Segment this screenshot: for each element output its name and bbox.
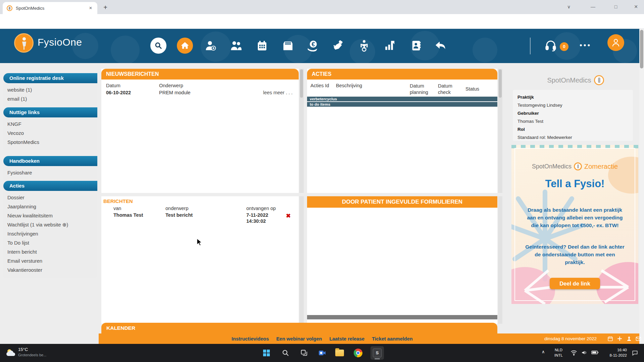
section-header-acties: Acties (3, 181, 97, 191)
sidebar-item-dossier[interactable]: Dossier (3, 193, 97, 202)
sidebar-item-website[interactable]: website (1) (3, 85, 97, 94)
rol-value: Standaard rol: Medewerker (517, 134, 633, 142)
fysioone-logo-icon[interactable] (14, 33, 34, 53)
new-tab-button[interactable]: + (101, 3, 110, 12)
sidebar-item-wachtlijst[interactable]: Wachtlijst (1 via website ⊕) (3, 220, 97, 229)
taskbar-temperature[interactable]: 15°C (18, 347, 28, 352)
bericht-van[interactable]: Thomas Test (113, 212, 143, 218)
scrollbar-berichten[interactable] (299, 196, 304, 324)
battery-icon[interactable] (591, 350, 599, 355)
more-options-icon[interactable]: ••• (580, 41, 591, 50)
browser-tab[interactable]: SpotOnMedics ✕ (3, 2, 97, 14)
bericht-onderwerp[interactable]: Test bericht (165, 212, 193, 218)
user-avatar[interactable] (607, 34, 624, 51)
sidebar-item-jaarplanning[interactable]: Jaarplanning (3, 202, 97, 211)
dossier-folder-icon[interactable] (282, 39, 294, 52)
sidebar-item-email[interactable]: email (1) (3, 94, 97, 103)
footer-link-instructievideos[interactable]: Instructievideos (232, 336, 269, 342)
scrollbar-acties[interactable] (498, 69, 502, 193)
sidebar-item-to-do-lijst[interactable]: To Do lijst (3, 238, 97, 247)
tab-favicon-icon (7, 5, 12, 11)
contacts-book-icon[interactable] (410, 39, 423, 52)
footer-add-icon[interactable] (617, 336, 623, 342)
start-button[interactable] (260, 346, 273, 360)
acties-group-to-do-items[interactable]: to do items (307, 102, 497, 107)
statistics-icon[interactable] (383, 39, 396, 52)
active-app-window-icon[interactable]: S (370, 346, 384, 360)
taskbar-time: 16:40 (601, 347, 627, 353)
berichten-header: BERICHTEN (103, 198, 133, 204)
scrollbar-nieuwsberichten[interactable] (299, 69, 304, 193)
sidebar-item-nieuw-kwaliteitsitem[interactable]: Nieuw kwaliteitsitem (3, 211, 97, 220)
weather-icon[interactable] (5, 348, 16, 357)
sidebar-item-fysioshare[interactable]: Fysioshare (3, 168, 97, 177)
finance-euro-icon[interactable]: € (306, 39, 319, 52)
footer-link-ticket-aanmelden[interactable]: Ticket aanmelden (372, 336, 412, 342)
page-scrollbar[interactable] (639, 29, 644, 344)
formulieren-hscrollbar[interactable] (307, 315, 497, 319)
treatment-hand-icon[interactable] (332, 39, 345, 52)
add-patient-icon[interactable] (204, 39, 217, 52)
task-view-icon[interactable] (297, 346, 311, 360)
rol-label: Rol (517, 125, 633, 134)
tab-close-icon[interactable]: ✕ (87, 5, 94, 11)
tab-search-icon[interactable]: ∨ (561, 0, 577, 13)
sidebar-item-vakantierooster[interactable]: Vakantierooster (3, 265, 97, 274)
delete-bericht-icon[interactable]: ✖ (286, 212, 291, 219)
sidebar-item-vecozo[interactable]: Vecozo (3, 128, 97, 138)
col-van: van (113, 206, 121, 211)
scrollbar-formulieren[interactable] (498, 196, 502, 324)
col-bericht-onderwerp: onderwerp (165, 206, 189, 211)
footer-calendar-icon[interactable] (607, 336, 613, 342)
sidebar-item-email-versturen[interactable]: Email versturen (3, 256, 97, 265)
search-icon[interactable] (150, 38, 166, 54)
chrome-app-icon[interactable] (351, 346, 365, 360)
back-undo-icon[interactable] (434, 39, 447, 52)
col-datum-planning: Datum planning (410, 83, 434, 96)
volume-icon[interactable] (581, 350, 588, 356)
support-headset-icon[interactable] (544, 39, 557, 52)
section-header-online-registratie: Online registratie desk (3, 73, 97, 83)
sidebar-item-spotonmedics[interactable]: SpotonMedics (3, 138, 97, 147)
footer-mail-icon[interactable] (636, 336, 642, 342)
notifications-icon[interactable] (632, 350, 638, 356)
window-close-button[interactable]: ✕ (628, 0, 644, 13)
col-ontvangen-op: ontvangen op (246, 206, 276, 211)
calendar-icon[interactable] (256, 39, 268, 52)
footer-link-webinar[interactable]: Een webinar volgen (276, 336, 322, 342)
sidebar-item-inschrijvingen[interactable]: Inschrijvingen (3, 229, 97, 238)
account-info-box: Praktijk Testomgeving Lindsey Gebruiker … (513, 90, 633, 141)
nieuwsberichten-header: NIEUWSBERICHTEN (101, 69, 299, 80)
page-scrollbar-thumb[interactable] (640, 30, 643, 68)
spotonmedics-logo-text: SpotOnMedics (547, 76, 591, 84)
panel-nieuwsberichten: NIEUWSBERICHTEN Datum Onderwerp 06-10-20… (101, 69, 299, 193)
teams-camera-app-icon[interactable] (315, 346, 329, 360)
taskbar-weather-desc[interactable]: Grotendeels be... (18, 353, 46, 357)
sidebar-item-kngf[interactable]: KNGF (3, 119, 97, 128)
deel-de-link-button[interactable]: Deel de link (550, 278, 600, 289)
home-icon[interactable] (177, 38, 193, 54)
window-minimize-button[interactable]: — (585, 0, 601, 13)
lees-meer-link[interactable]: lees meer . . . (263, 90, 293, 95)
tray-chevron-icon[interactable]: ∧ (542, 349, 545, 354)
footer-date: dinsdag 8 november 2022 (544, 333, 597, 344)
footer-link-laatste-release[interactable]: Laatste release (329, 336, 364, 342)
window-maximize-button[interactable]: □ (608, 0, 624, 13)
panel-berichten: BERICHTEN van onderwerp ontvangen op Tho… (101, 196, 299, 324)
keyboard-layout[interactable]: NLD INTL (554, 347, 563, 358)
patients-icon[interactable] (230, 39, 243, 52)
wifi-icon[interactable] (571, 350, 577, 356)
file-explorer-icon[interactable] (333, 346, 346, 360)
acties-group-verbetercyclus[interactable]: verbetercyclus (307, 97, 497, 101)
praktijk-label: Praktijk (517, 93, 633, 101)
taskbar-clock[interactable]: 16:40 8-11-2022 (601, 347, 627, 358)
exercise-icon[interactable] (358, 39, 370, 52)
sidebar-item-intern-bericht[interactable]: Intern bericht (3, 247, 97, 256)
taskbar-search-icon[interactable] (279, 346, 292, 360)
windows-taskbar: 15°C Grotendeels be... S ∧ NLD INTL 16:4… (0, 344, 644, 362)
footer-export-person-icon[interactable] (626, 336, 632, 342)
browser-tab-bar: SpotOnMedics ✕ + ∨ — □ ✕ (0, 0, 644, 14)
col-status: Status (465, 86, 479, 92)
promo-body-2: Geïnteresseerd? Deel dan de link achter … (525, 243, 625, 266)
col-beschrijving: Beschrijving (336, 83, 362, 88)
